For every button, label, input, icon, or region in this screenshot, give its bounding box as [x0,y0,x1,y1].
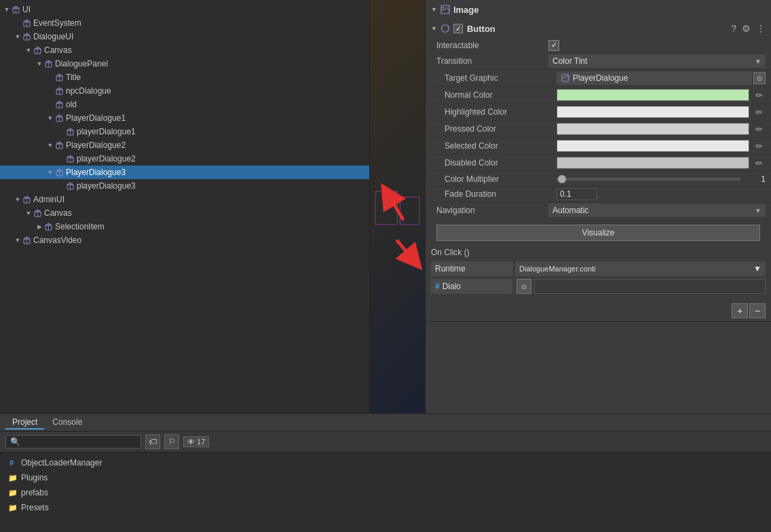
selected-color-swatch[interactable] [557,140,749,152]
button-settings-icon[interactable]: ⚙ [742,23,751,34]
hierarchy-item-ui[interactable]: ▼UI [0,3,369,16]
project-item-plugins[interactable]: 📁Plugins [5,470,766,485]
hierarchy-item-title[interactable]: Title [0,71,369,84]
hierarchy-item-dialoguepanel[interactable]: ▼DialoguePanel [0,57,369,71]
hierarchy-item-adminui[interactable]: ▼AdminUI [0,193,369,206]
button-enable-checkbox[interactable]: ✓ [453,24,463,33]
disabled-color-label: Disabled Color [445,158,557,168]
image-fold-arrow[interactable]: ▼ [431,6,437,13]
button-circle-icon [440,23,451,34]
image-section-header: ▼ Image [426,0,771,19]
hierarchy-cube-icon-playerdialogue2child [65,154,75,164]
visualize-button[interactable]: Visualize [436,225,760,241]
onclick-select-btn[interactable]: ⊙ [516,279,531,294]
hierarchy-arrow-dialoguepanel[interactable]: ▼ [35,60,43,67]
hierarchy-item-playerdialogue1child[interactable]: playerDialogue1 [0,125,369,138]
transition-value: Color Tint ▼ [548,54,766,68]
hierarchy-item-npcdialogue[interactable]: npcDialogue [0,84,369,98]
highlighted-color-row: Highlighted Color ✏ [426,104,771,121]
transition-dropdown-arrow: ▼ [755,58,761,65]
svg-line-58 [388,194,402,218]
transition-dropdown[interactable]: Color Tint ▼ [548,54,766,68]
hierarchy-item-playerdialogue1[interactable]: ▼PlayerDialogue1 [0,111,369,125]
interactable-checkbox[interactable]: ✓ [548,40,559,51]
hierarchy-item-dialogueui[interactable]: ▼DialogueUI [0,30,369,43]
project-item-prefabs[interactable]: 📁prefabs [5,485,766,500]
hierarchy-item-selectionitem[interactable]: ▶SelectionItem [0,220,369,233]
hierarchy-cube-icon-npcdialogue [54,86,64,96]
project-filter-button[interactable]: 🏷 [145,434,160,449]
highlighted-color-picker-icon[interactable]: ✏ [752,105,766,119]
hierarchy-item-canvas1[interactable]: ▼Canvas [0,43,369,57]
hierarchy-item-playerdialogue2[interactable]: ▼PlayerDialogue2 [0,138,369,152]
hierarchy-item-playerdialogue3[interactable]: ▼PlayerDialogue3 [0,166,369,179]
selected-color-picker-icon[interactable]: ✏ [752,139,766,153]
onclick-object-field[interactable]: # Dialo [431,279,512,294]
hierarchy-cube-icon-playerdialogue1 [54,113,64,123]
hierarchy-item-canvasvideo[interactable]: ▼CanvasVideo [0,233,369,247]
project-item-label-objectloadermanager: ObjectLoaderManager [21,458,102,468]
onclick-section: On Click () Runtime DialogueManager.cont… [426,244,771,301]
fade-duration-input[interactable] [557,188,597,200]
svg-rect-55 [400,197,419,225]
svg-point-62 [441,25,449,33]
project-item-objectloadermanager[interactable]: #ObjectLoaderManager [5,455,766,470]
project-search-input[interactable] [5,435,141,449]
hierarchy-cube-icon-title [54,73,64,82]
hierarchy-arrow-playerdialogue2[interactable]: ▼ [46,142,54,149]
color-multiplier-slider[interactable] [557,178,741,180]
visualize-container: Visualize [426,219,771,244]
button-fold-arrow[interactable]: ▼ [431,25,437,32]
navigation-dropdown[interactable]: Automatic ▼ [548,204,766,217]
runtime-dropdown[interactable]: Runtime [431,261,512,276]
hierarchy-label-ui: UI [22,5,31,14]
normal-color-picker-icon[interactable]: ✏ [752,88,766,102]
button-help-icon[interactable]: ? [731,23,736,34]
bottom-tab-project[interactable]: Project [5,416,44,430]
interactable-row: Interactable ✓ [426,38,771,53]
disabled-color-swatch[interactable] [557,157,749,169]
onclick-runtime-row: Runtime DialogueManager.conti ▼ [431,261,766,276]
hierarchy-item-eventsystem[interactable]: EventSystem [0,16,369,30]
pressed-color-swatch[interactable] [557,123,749,135]
hierarchy-label-playerdialogue2: PlayerDialogue2 [66,140,126,150]
image-component-icon [440,4,451,15]
hierarchy-arrow-playerdialogue3[interactable]: ▼ [46,169,54,176]
hierarchy-item-playerdialogue2child[interactable]: playerDialogue2 [0,152,369,166]
hierarchy-cube-icon-ui [11,5,20,14]
hierarchy-cube-icon-old [54,100,64,109]
hierarchy-arrow-playerdialogue1[interactable]: ▼ [46,115,54,121]
hierarchy-arrow-selectionitem[interactable]: ▶ [35,223,43,230]
target-graphic-select-btn[interactable]: ⊙ [753,72,766,84]
function-field[interactable]: DialogueManager.conti ▼ [515,261,766,276]
interactable-label: Interactable [436,41,548,50]
fade-duration-row: Fade Duration [426,187,771,202]
add-onclick-button[interactable]: + [732,303,748,318]
project-tag-button[interactable]: ⚐ [164,434,179,449]
highlighted-color-swatch[interactable] [557,106,749,118]
pressed-color-picker-icon[interactable]: ✏ [752,122,766,136]
hierarchy-arrow-canvas2[interactable]: ▼ [24,210,33,216]
target-graphic-field[interactable]: PlayerDialogue [557,71,752,85]
onclick-param-field[interactable] [534,279,766,294]
target-graphic-text: PlayerDialogue [573,73,748,83]
hierarchy-arrow-dialogueui[interactable]: ▼ [14,33,22,40]
hierarchy-arrow-canvasvideo[interactable]: ▼ [14,237,22,244]
button-menu-icon[interactable]: ⋮ [756,23,766,34]
project-item-presets[interactable]: 📁Presets [5,500,766,515]
hierarchy-arrow-adminui[interactable]: ▼ [14,196,22,203]
hierarchy-label-canvasvideo: CanvasVideo [33,235,81,245]
color-multiplier-thumb[interactable] [558,175,566,183]
hierarchy-arrow-canvas1[interactable]: ▼ [24,47,33,54]
bottom-tab-console[interactable]: Console [45,416,89,430]
normal-color-swatch[interactable] [557,89,749,101]
remove-onclick-button[interactable]: − [749,303,766,318]
target-graphic-value: PlayerDialogue ⊙ [557,71,766,85]
hierarchy-item-old[interactable]: old [0,98,369,111]
disabled-color-picker-icon[interactable]: ✏ [752,156,766,170]
navigation-label: Navigation [436,206,548,215]
function-field-text: DialogueManager.conti [519,265,753,273]
hierarchy-item-canvas2[interactable]: ▼Canvas [0,206,369,220]
hierarchy-item-playerdialogue3child[interactable]: playerDialogue3 [0,179,369,193]
hierarchy-arrow-ui[interactable]: ▼ [3,6,11,13]
